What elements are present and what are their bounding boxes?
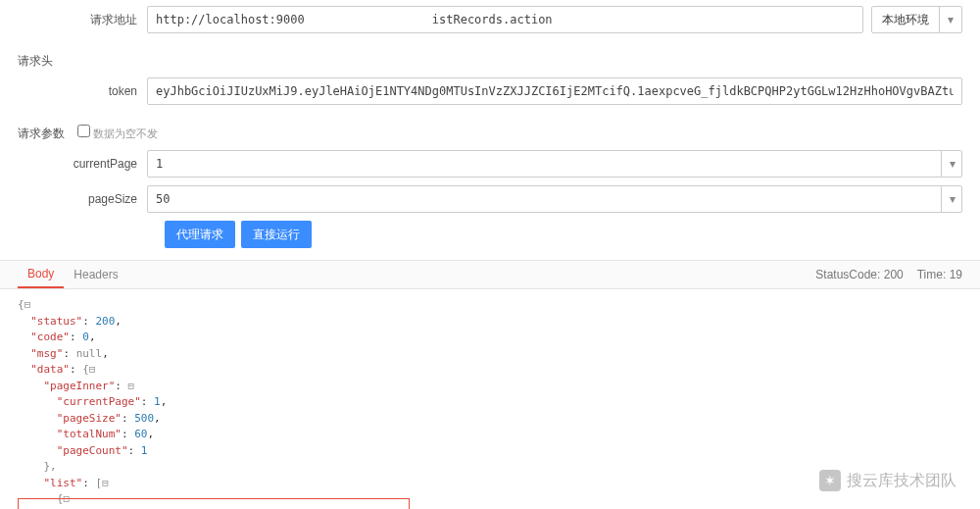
- pagesize-input[interactable]: [147, 185, 962, 213]
- url-input[interactable]: [147, 6, 863, 33]
- currentpage-input[interactable]: [147, 150, 962, 178]
- status-code: StatusCode: 200: [815, 268, 903, 281]
- wechat-icon: ✶: [819, 470, 841, 491]
- empty-not-send-checkbox[interactable]: [77, 125, 90, 137]
- chevron-down-icon: ▾: [939, 7, 961, 32]
- env-select[interactable]: 本地环境 ▾: [871, 6, 962, 33]
- response-time: Time: 19: [917, 268, 962, 281]
- chevron-down-icon[interactable]: ▾: [941, 150, 962, 178]
- params-section-title: 请求参数 数据为空不发: [0, 117, 980, 146]
- tab-headers[interactable]: Headers: [64, 261, 127, 288]
- pagesize-label: pageSize: [18, 192, 147, 206]
- proxy-request-button[interactable]: 代理请求: [165, 221, 235, 248]
- empty-not-send[interactable]: 数据为空不发: [74, 127, 158, 139]
- direct-run-button[interactable]: 直接运行: [241, 221, 312, 248]
- tab-body[interactable]: Body: [18, 261, 64, 288]
- token-label: token: [18, 84, 147, 98]
- env-selected-label: 本地环境: [872, 12, 939, 28]
- currentpage-label: currentPage: [18, 157, 147, 171]
- token-input[interactable]: [147, 77, 962, 105]
- headers-section-title: 请求头: [0, 45, 980, 74]
- chevron-down-icon[interactable]: ▾: [941, 185, 962, 213]
- watermark: ✶ 搜云库技术团队: [819, 470, 956, 491]
- url-label: 请求地址: [18, 12, 147, 28]
